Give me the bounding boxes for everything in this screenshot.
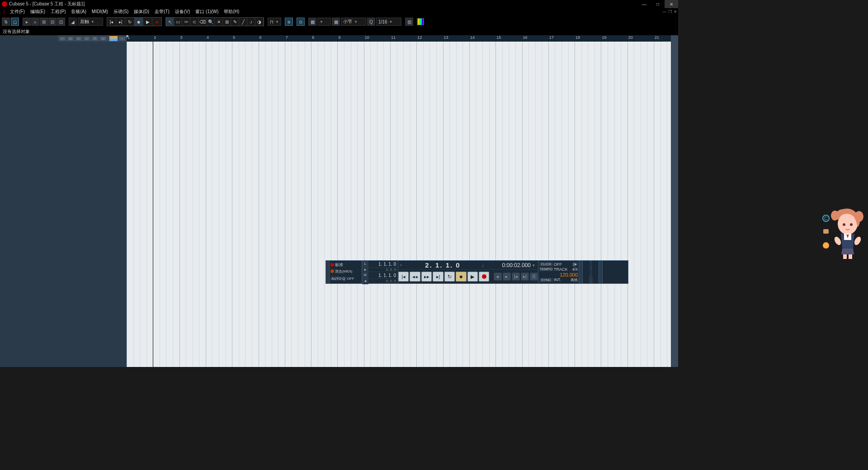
- snap-toggle[interactable]: ※: [285, 18, 293, 26]
- track-color-block[interactable]: [109, 36, 118, 41]
- color-palette-button[interactable]: [417, 18, 424, 25]
- play-button[interactable]: ▶: [143, 18, 152, 26]
- track-header-r[interactable]: R: [91, 36, 99, 41]
- snap-type-button[interactable]: ▦: [332, 18, 340, 26]
- split-tool[interactable]: ✂: [182, 18, 190, 26]
- locator-marker[interactable]: [127, 35, 128, 38]
- punch-out-button[interactable]: ◂: [362, 278, 368, 284]
- forward-button[interactable]: ▸▸: [421, 272, 432, 282]
- nudge-dropdown[interactable]: ⊓ ▼: [268, 18, 281, 26]
- goto-start-button[interactable]: |◂: [107, 18, 116, 26]
- auto-cross-button[interactable]: ⊞: [40, 18, 48, 26]
- arrange-grid[interactable]: [127, 42, 671, 367]
- sync-label[interactable]: SYNC: [539, 278, 553, 282]
- position-display[interactable]: 2. 1. 1. 0: [404, 261, 482, 269]
- tempo-label[interactable]: TEMPO: [539, 267, 553, 271]
- track-header-m[interactable]: m: [75, 36, 82, 41]
- marker-next-button[interactable]: ▸: [503, 273, 511, 281]
- zoom-tool[interactable]: 🔍: [207, 18, 215, 26]
- marker-r-button[interactable]: ▸|: [521, 273, 529, 281]
- grid-type-dropdown[interactable]: ▼: [317, 18, 331, 26]
- doc-restore-icon[interactable]: ❐: [668, 9, 672, 14]
- menu-edit[interactable]: 编辑(E): [28, 8, 48, 15]
- rec-mode2[interactable]: 混合(MIDI): [335, 269, 352, 274]
- track-header-btn[interactable]: ▾: [59, 36, 66, 41]
- rewind-button[interactable]: ◂◂: [410, 272, 420, 282]
- goto-end-button[interactable]: ▸|: [116, 18, 125, 26]
- back-icon[interactable]: ⟨: [1, 9, 7, 15]
- close-button[interactable]: ✕: [665, 0, 678, 8]
- transport-handle[interactable]: [579, 261, 583, 283]
- automation-panel-button[interactable]: ◢: [69, 18, 77, 26]
- snap-zero-button[interactable]: ⊙: [297, 18, 305, 26]
- doc-close-icon[interactable]: ✕: [674, 9, 677, 14]
- record-button[interactable]: [479, 272, 489, 282]
- goto-end-button[interactable]: ▸|: [433, 272, 443, 282]
- autoq-label[interactable]: AUTO Q: [330, 277, 346, 281]
- rec-mode1[interactable]: 标准: [335, 262, 343, 268]
- mute-tool[interactable]: ✕: [215, 18, 223, 26]
- record-button[interactable]: ●: [152, 18, 161, 26]
- menu-midi[interactable]: MIDI(M): [89, 8, 111, 15]
- color-tool[interactable]: ◑: [255, 18, 264, 26]
- track-header-s[interactable]: s: [83, 36, 90, 41]
- goto-start-button[interactable]: |◂: [398, 272, 409, 282]
- track-header-btn[interactable]: ▪: [118, 36, 126, 41]
- glue-tool[interactable]: ⊂: [190, 18, 198, 26]
- play-tool[interactable]: ♪: [247, 18, 255, 26]
- erase-tool[interactable]: ⌫: [198, 18, 207, 26]
- doc-minimize-icon[interactable]: —: [662, 9, 666, 14]
- auto-read-button[interactable]: ▸: [23, 18, 31, 26]
- menu-devices[interactable]: 设备(V): [172, 8, 193, 15]
- constrain-button[interactable]: ⇅: [2, 18, 10, 26]
- menu-audio[interactable]: 音频(A): [68, 8, 89, 15]
- menu-window[interactable]: 窗口 (1)(W): [193, 8, 221, 15]
- menu-help[interactable]: 帮助(H): [221, 8, 242, 15]
- tempo-mode[interactable]: TRACK: [554, 267, 568, 272]
- master-fader[interactable]: [589, 277, 593, 283]
- menu-score[interactable]: 乐谱(S): [111, 8, 131, 15]
- playback-cursor[interactable]: [153, 42, 153, 367]
- timeline-ruler[interactable]: 12345678910111213141516171819202122: [127, 35, 671, 42]
- auto-write-button[interactable]: ▹: [31, 18, 39, 26]
- right-locator-value[interactable]: 1. 1. 1. 0: [368, 273, 398, 278]
- precount-button[interactable]: ||▸: [572, 262, 578, 266]
- marker-prev-button[interactable]: ◂: [494, 273, 502, 281]
- auto-settings-button[interactable]: ⊡: [57, 18, 65, 26]
- menu-file[interactable]: 文件(F): [7, 8, 28, 15]
- line-tool[interactable]: ╱: [239, 18, 247, 26]
- maximize-button[interactable]: □: [651, 0, 665, 8]
- cycle-button[interactable]: ↻: [125, 18, 134, 26]
- range-tool[interactable]: ▭: [174, 18, 182, 26]
- transport-panel[interactable]: 标准 混合(MIDI) AUTO QOFF L1. 1. 1. 0 ▸0. 0.…: [326, 260, 628, 284]
- color-menu-button[interactable]: ▥: [405, 18, 413, 26]
- track-header-w[interactable]: W: [99, 36, 107, 41]
- time-signature[interactable]: 4/4: [569, 267, 578, 272]
- grid-type-button[interactable]: ▦: [308, 18, 316, 26]
- quantize-dropdown[interactable]: 1/16 ▼: [376, 18, 401, 26]
- left-locator-value[interactable]: 1. 1. 1. 0: [368, 262, 398, 267]
- stop-button[interactable]: ■: [134, 18, 143, 26]
- marker-show-button[interactable]: ☰: [530, 273, 538, 281]
- arrange-area[interactable]: 12345678910111213141516171819202122: [127, 35, 671, 367]
- snap-type-dropdown[interactable]: 小节 ▼: [341, 18, 366, 26]
- time-display[interactable]: 0:00:02.000: [487, 262, 533, 268]
- track-list[interactable]: ▾ ⊞ m s R W ▪: [58, 35, 127, 367]
- track-header-btn[interactable]: ⊞: [67, 36, 74, 41]
- menu-project[interactable]: 工程(P): [48, 8, 68, 15]
- automation-mode-dropdown[interactable]: 后触 ▼: [78, 18, 103, 26]
- tempo-value[interactable]: 120.000: [539, 272, 578, 277]
- draw-tool[interactable]: ✎: [231, 18, 239, 26]
- auto-trim-button[interactable]: ⊟: [48, 18, 57, 26]
- arrow-tool[interactable]: ↖: [166, 18, 174, 26]
- menu-transport[interactable]: 走带(T): [152, 8, 172, 15]
- cycle-button[interactable]: ↻: [444, 272, 455, 282]
- transport-handle[interactable]: [326, 261, 330, 283]
- quantize-button[interactable]: Q: [367, 18, 375, 26]
- play-button[interactable]: ▶: [467, 272, 478, 282]
- stop-button[interactable]: ■: [456, 272, 466, 282]
- click-label[interactable]: CLICK: [539, 262, 553, 266]
- timewarp-tool[interactable]: ⊞: [223, 18, 231, 26]
- transport-handle[interactable]: [599, 261, 603, 283]
- vertical-scrollbar[interactable]: [671, 35, 678, 367]
